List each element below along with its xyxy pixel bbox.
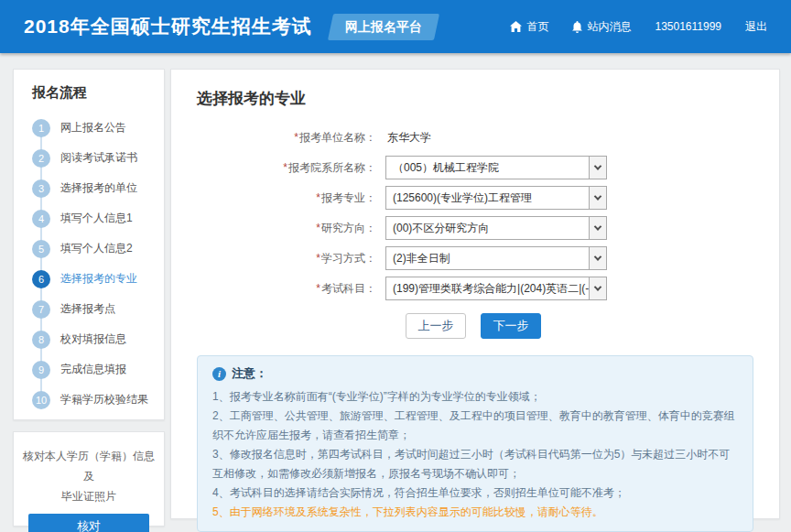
platform-badge-label: 网上报名平台	[345, 19, 422, 36]
step-number-badge: 1	[32, 119, 50, 137]
sidebar-step-6-active[interactable]: 6 选择报考的专业	[14, 264, 164, 294]
form-label-text: 考试科目：	[321, 282, 376, 295]
info-icon: i	[212, 367, 226, 381]
notice-header: i 注意：	[212, 365, 740, 382]
sidebar-step-8[interactable]: 8 校对填报信息	[14, 324, 164, 354]
step-number-badge: 3	[32, 179, 50, 198]
nav-messages[interactable]: 站内消息	[572, 19, 631, 35]
step-label: 学籍学历校验结果	[60, 392, 148, 407]
form-label-text: 研究方向：	[321, 222, 376, 234]
nav-messages-label: 站内消息	[587, 19, 631, 35]
required-asterisk: *	[294, 131, 298, 144]
step-number-badge: 7	[32, 300, 50, 319]
chevron-down-icon	[589, 157, 606, 179]
chevron-down-icon	[589, 217, 606, 239]
department-row: *报考院系所名称： （005）机械工程学院	[197, 156, 753, 179]
verify-button[interactable]: 核对	[28, 514, 149, 532]
next-step-button[interactable]: 下一步	[481, 313, 541, 339]
steps-title: 报名流程	[14, 84, 164, 113]
select-value: (2)非全日制	[386, 251, 589, 266]
step-number-badge: 2	[32, 149, 50, 168]
nav-home-label: 首页	[526, 19, 548, 35]
notice-item-5-warning: 5、由于网络环境及系统复杂性，下拉列表内容显示的可能比较慢，请耐心等待。	[212, 503, 740, 522]
step-label: 填写个人信息2	[60, 241, 133, 256]
verify-text: 核对本人学历（学籍）信息及 毕业证照片	[23, 446, 155, 506]
verify-text-line2: 毕业证照片	[23, 486, 155, 506]
major-selection-form: *报考单位名称： 东华大学 *报考院系所名称： （005）机械工程学院 *报考专…	[197, 125, 753, 300]
platform-badge: 网上报名平台	[328, 14, 439, 40]
verify-card: 核对本人学历（学籍）信息及 毕业证照片 核对	[13, 431, 165, 527]
required-asterisk: *	[283, 161, 287, 174]
form-label-text: 报考院系所名称：	[288, 161, 376, 174]
step-label: 选择报考点	[60, 301, 115, 317]
page-title: 选择报考的专业	[197, 88, 753, 109]
sidebar-step-9[interactable]: 9 完成信息填报	[14, 354, 164, 385]
nav-phone: 13501611999	[655, 20, 721, 33]
study-mode-row: *学习方式： (2)非全日制	[197, 246, 753, 270]
prev-step-button[interactable]: 上一步	[406, 313, 466, 339]
major-row: *报考专业： (125600)(专业学位)工程管理	[197, 186, 753, 210]
registration-steps-card: 报名流程 1 网上报名公告 2 阅读考试承诺书 3 选择报考的单位 4 填写个人…	[13, 69, 165, 420]
form-label-text: 报考单位名称：	[299, 131, 376, 144]
step-number-badge: 6	[32, 270, 50, 288]
app-header: 2018年全国硕士研究生招生考试 网上报名平台 首页 站内消息 13501611…	[0, 0, 791, 53]
sidebar-step-7[interactable]: 7 选择报考点	[14, 294, 164, 324]
form-label: *研究方向：	[197, 221, 385, 236]
select-value: (00)不区分研究方向	[386, 221, 589, 236]
select-value: (125600)(专业学位)工程管理	[386, 190, 589, 206]
step-number-badge: 10	[32, 391, 50, 409]
form-label: *考试科目：	[197, 281, 385, 297]
step-label: 选择报考的单位	[60, 180, 137, 196]
sidebar-step-4[interactable]: 4 填写个人信息1	[14, 203, 164, 233]
select-value: （005）机械工程学院	[386, 160, 589, 176]
notice-title: 注意：	[232, 365, 267, 382]
research-direction-row: *研究方向： (00)不区分研究方向	[197, 216, 753, 240]
study-mode-select[interactable]: (2)非全日制	[385, 246, 607, 270]
chevron-down-icon	[589, 187, 606, 209]
nav-home[interactable]: 首页	[510, 19, 548, 35]
exam-subjects-select[interactable]: (199)管理类联考综合能力|(204)英语二|(-)无|(--)无	[385, 277, 607, 300]
required-asterisk: *	[316, 282, 320, 295]
notice-item-2: 2、工商管理、公共管理、旅游管理、工程管理、及工程中的项目管理、教育中的教育管理…	[212, 407, 740, 445]
notice-item-4: 4、考试科目的选择请结合实际情况，符合招生单位要求，否则招生单位可能不准考；	[212, 483, 740, 503]
required-asterisk: *	[316, 191, 320, 204]
form-label: *报考单位名称：	[197, 130, 385, 146]
form-label-text: 报考专业：	[321, 191, 376, 204]
unit-name-row: *报考单位名称： 东华大学	[197, 125, 753, 149]
step-label: 选择报考的专业	[60, 271, 137, 287]
sidebar-step-1[interactable]: 1 网上报名公告	[14, 113, 164, 143]
home-icon	[510, 21, 522, 32]
nav-logout[interactable]: 退出	[745, 19, 767, 35]
major-select[interactable]: (125600)(专业学位)工程管理	[385, 186, 607, 210]
step-label: 填写个人信息1	[60, 211, 133, 226]
step-label: 网上报名公告	[60, 120, 126, 136]
research-direction-select[interactable]: (00)不区分研究方向	[385, 216, 607, 240]
sidebar-step-10[interactable]: 10 学籍学历校验结果	[14, 385, 164, 415]
nav-phone-label: 13501611999	[655, 20, 721, 33]
steps-list: 1 网上报名公告 2 阅读考试承诺书 3 选择报考的单位 4 填写个人信息1 5…	[14, 113, 164, 415]
form-label: *报考专业：	[197, 190, 385, 206]
sidebar-step-2[interactable]: 2 阅读考试承诺书	[14, 143, 164, 173]
step-label: 阅读考试承诺书	[60, 150, 137, 166]
form-label-text: 学习方式：	[321, 252, 376, 265]
notice-item-1: 1、报考专业名称前面有“(专业学位)”字样的为专业学位的专业领域；	[212, 387, 740, 407]
notice-box: i 注意： 1、报考专业名称前面有“(专业学位)”字样的为专业学位的专业领域； …	[197, 355, 753, 532]
nav-logout-label: 退出	[745, 19, 767, 35]
step-label: 校对填报信息	[60, 331, 126, 347]
chevron-down-icon	[589, 247, 606, 269]
step-number-badge: 4	[32, 210, 50, 228]
unit-name-value: 东华大学	[385, 130, 431, 146]
notice-item-3: 3、修改报名信息时，第四考试科目，考试时间超过三小时（考试科目代码第一位为5）与…	[212, 445, 740, 483]
sidebar-step-5[interactable]: 5 填写个人信息2	[14, 233, 164, 264]
sidebar-step-3[interactable]: 3 选择报考的单位	[14, 173, 164, 203]
form-label: *报考院系所名称：	[197, 160, 385, 176]
required-asterisk: *	[316, 222, 320, 234]
header-nav: 首页 站内消息 13501611999 退出	[510, 19, 767, 35]
department-select[interactable]: （005）机械工程学院	[385, 156, 607, 179]
app-title: 2018年全国硕士研究生招生考试	[24, 14, 312, 39]
chevron-down-icon	[589, 277, 606, 299]
required-asterisk: *	[316, 252, 320, 265]
verify-text-line1: 核对本人学历（学籍）信息及	[23, 446, 155, 486]
step-number-badge: 9	[32, 361, 50, 379]
form-buttons: 上一步 下一步	[406, 313, 753, 339]
